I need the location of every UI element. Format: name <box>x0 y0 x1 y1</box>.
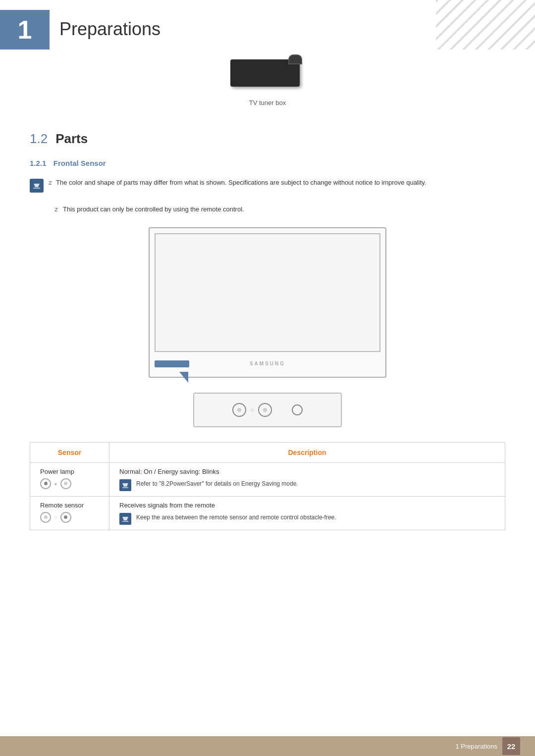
remote-note-icon <box>119 513 131 525</box>
note-svg-icon <box>32 181 41 190</box>
monitor-sensor-indicator <box>155 360 189 367</box>
power-lamp-diagram: ● <box>40 478 99 489</box>
page-title: Preparations <box>59 10 160 40</box>
sensor-circle-right <box>292 404 303 415</box>
power-spacer: ● <box>54 481 57 487</box>
svg-rect-7 <box>122 521 128 522</box>
table-row-power: Power lamp ● Normal: On / Energy saving:… <box>30 462 505 496</box>
power-note-svg <box>121 481 129 489</box>
notes-section: ᴢ The color and shape of parts may diffe… <box>0 178 535 215</box>
monitor-diagram: SAMSUNG ○ <box>0 227 535 427</box>
remote-circle-1 <box>40 512 51 523</box>
table-cell-power-desc: Normal: On / Energy saving: Blinks Refer… <box>109 462 505 496</box>
page-footer: 1 Preparations 22 <box>0 736 535 756</box>
power-lamp-label: Power lamp <box>40 468 74 475</box>
monitor-outer: SAMSUNG <box>149 227 386 378</box>
remote-note-svg <box>121 515 129 523</box>
sensor-circle-3 <box>292 404 303 415</box>
note-icon-1 <box>30 179 44 193</box>
power-note-text: Refer to "8.2PowerSaver" for details on … <box>136 479 298 488</box>
table-cell-remote-sensor: Remote sensor ○ <box>30 496 109 530</box>
note-item-1: ᴢ The color and shape of parts may diffe… <box>30 178 505 199</box>
chapter-number-block: 1 <box>0 10 50 50</box>
remote-desc-text: Receives signals from the remote <box>119 502 495 509</box>
power-note-icon <box>119 479 131 491</box>
power-circle-1 <box>40 478 51 489</box>
note-bullet-1: ᴢ <box>49 178 52 188</box>
sensor-dot-2 <box>263 408 267 412</box>
remote-spacer: ○ <box>54 514 57 520</box>
remote-note-row: Keep the area between the remote sensor … <box>119 513 495 525</box>
svg-rect-3 <box>33 188 40 189</box>
subsection-title: Frontal Sensor <box>54 159 106 167</box>
section-header: 1.2 Parts <box>0 131 535 147</box>
table-cell-power-sensor: Power lamp ● <box>30 462 109 496</box>
svg-rect-1 <box>436 0 535 50</box>
power-circle-2 <box>60 478 71 489</box>
section-title: Parts <box>55 131 88 147</box>
note-bullet-2: ᴢ <box>54 204 58 214</box>
power-note-row: Refer to "8.2PowerSaver" for details on … <box>119 479 495 491</box>
page-header: 1 Preparations <box>0 0 535 50</box>
tv-tuner-label: TV tuner box <box>249 99 286 106</box>
sensor-panel: ○ <box>193 393 342 427</box>
remote-circle-2 <box>60 512 71 523</box>
table-cell-remote-desc: Receives signals from the remote Keep th… <box>109 496 505 530</box>
note-text-1: The color and shape of parts may differ … <box>56 178 426 188</box>
note-item-2: ᴢ This product can only be controlled by… <box>30 204 505 215</box>
subsection-number: 1.2.1 <box>30 159 46 167</box>
tuner-connector <box>288 54 302 64</box>
tv-tuner-image <box>228 54 307 94</box>
sensor-dot-1 <box>237 408 241 412</box>
sensor-separator: ○ <box>250 406 254 413</box>
table-row-remote: Remote sensor ○ Receives signals from th… <box>30 496 505 530</box>
monitor-arrow <box>179 372 188 383</box>
table-header-description: Description <box>109 442 505 462</box>
sensor-table: Sensor Description Power lamp ● <box>30 442 505 530</box>
remote-sensor-label: Remote sensor <box>40 502 84 509</box>
section-number: 1.2 <box>30 131 48 147</box>
sensor-circles-left: ○ <box>232 403 271 417</box>
sensor-circle-1 <box>232 403 246 417</box>
power-desc-text: Normal: On / Energy saving: Blinks <box>119 468 495 475</box>
power-dot-1 <box>44 482 48 485</box>
footer-page-number: 22 <box>502 737 520 755</box>
footer-text: 1 Preparations <box>455 743 497 750</box>
remote-dot-1 <box>44 515 48 519</box>
remote-sensor-diagram: ○ <box>40 512 99 523</box>
remote-note-text: Keep the area between the remote sensor … <box>136 513 336 522</box>
monitor-screen <box>155 233 380 352</box>
power-dot-2 <box>64 482 67 485</box>
subsection-header: 1.2.1 Frontal Sensor <box>0 159 535 168</box>
remote-dot-2 <box>64 515 67 519</box>
monitor-container: SAMSUNG ○ <box>149 227 386 427</box>
svg-rect-5 <box>122 487 128 488</box>
decorative-stripes <box>436 0 535 50</box>
chapter-number: 1 <box>18 15 32 45</box>
table-header-sensor: Sensor <box>30 442 109 462</box>
monitor-bottom-bar: SAMSUNG <box>155 356 380 372</box>
monitor-brand: SAMSUNG <box>250 361 285 366</box>
sensor-circle-2 <box>258 403 272 417</box>
main-content: 1.2 Parts 1.2.1 Frontal Sensor ᴢ <box>0 131 535 530</box>
tv-tuner-section: TV tuner box <box>0 54 535 106</box>
note-text-2: This product can only be controlled by u… <box>63 204 244 215</box>
